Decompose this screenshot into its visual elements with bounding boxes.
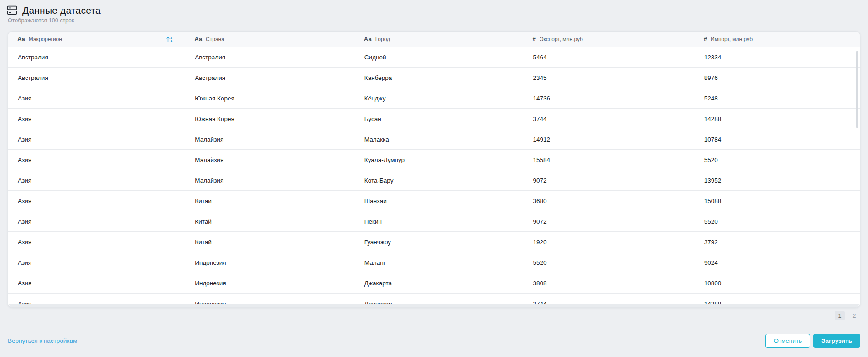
table-cell-country: Китай (185, 218, 355, 225)
table-cell-import: 8976 (695, 74, 860, 81)
table-cell-export: 14912 (524, 136, 695, 143)
table-row: Азия Индонезия Маланг 5520 9024 (8, 252, 860, 273)
table-cell-macroregion: Азия (8, 198, 185, 205)
table-cell-country: Китай (185, 239, 355, 246)
table-cell-import: 12334 (695, 54, 860, 61)
table-cell-city: Кота-Бару (355, 177, 524, 184)
back-to-settings-link[interactable]: Вернуться к настройкам (8, 337, 77, 344)
header-label: Страна (206, 36, 224, 42)
table-cell-macroregion: Азия (8, 239, 185, 246)
table-cell-import: 3792 (695, 239, 860, 246)
table-row: Азия Китай Гуанчжоу 1920 3792 (8, 232, 860, 252)
table-cell-city: Джакарта (355, 280, 524, 287)
table-cell-import: 5520 (695, 218, 860, 225)
table-cell-macroregion: Азия (8, 116, 185, 122)
table-cell-import: 13952 (695, 177, 860, 184)
header-label: Город (375, 36, 390, 42)
table-cell-city: Кёнджу (355, 95, 524, 102)
header-cell-export[interactable]: # Экспорт, млн.руб (524, 31, 695, 47)
pagination: 1 2 (0, 311, 859, 320)
table-cell-export: 3680 (524, 198, 695, 205)
table-cell-import: 15088 (695, 198, 860, 205)
footer-bar: Вернуться к настройкам Отменить Загрузит… (8, 334, 860, 348)
svg-text:A: A (171, 39, 173, 42)
cancel-button[interactable]: Отменить (765, 334, 810, 348)
table-cell-country: Малайзия (185, 157, 355, 163)
table-header: Аа Макрорегион Z A Аа Страна Аа Город # … (8, 31, 860, 47)
table-cell-export: 5464 (524, 54, 695, 61)
table-row: Азия Малайзия Малакка 14912 10784 (8, 129, 860, 150)
header-label: Импорт, млн,руб (711, 36, 753, 42)
table-cell-import: 10784 (695, 136, 860, 143)
table-cell-country: Южная Корея (185, 95, 355, 102)
horizontal-scrollbar-track[interactable] (9, 304, 859, 307)
header-cell-import[interactable]: # Импорт, млн,руб (695, 31, 860, 47)
table-cell-export: 1920 (524, 239, 695, 246)
table-cell-city: Канберра (355, 74, 524, 81)
table-cell-country: Австралия (185, 54, 355, 61)
table-row: Азия Китай Пекин 9072 5520 (8, 211, 860, 232)
text-type-icon: Аа (194, 36, 202, 42)
table-cell-country: Индонезия (185, 259, 355, 266)
header-label: Макрорегион (29, 36, 62, 42)
table-cell-city: Бусан (355, 116, 524, 122)
table-row: Азия Южная Корея Кёнджу 14736 5248 (8, 88, 860, 109)
table-cell-import: 5248 (695, 95, 860, 102)
table-cell-country: Австралия (185, 74, 355, 81)
table-cell-export: 3744 (524, 116, 695, 122)
header-cell-city[interactable]: Аа Город (355, 31, 524, 47)
table-cell-city: Сидней (355, 54, 524, 61)
table-cell-country: Южная Корея (185, 116, 355, 122)
page-subtitle: Отображаются 100 строк (8, 17, 861, 24)
table-cell-macroregion: Азия (8, 218, 185, 225)
table-cell-macroregion: Азия (8, 136, 185, 143)
sort-ascending-icon[interactable]: Z A (166, 36, 173, 43)
table-cell-import: 14288 (695, 116, 860, 122)
table-row: Австралия Австралия Канберра 2345 8976 (8, 68, 860, 88)
table-cell-macroregion: Азия (8, 280, 185, 287)
table-cell-export: 9072 (524, 177, 695, 184)
page-title: Данные датасета (22, 5, 101, 16)
svg-text:Z: Z (171, 36, 172, 39)
text-type-icon: Аа (364, 36, 372, 42)
table-cell-import: 9024 (695, 259, 860, 266)
table-cell-macroregion: Азия (8, 177, 185, 184)
table-cell-country: Малайзия (185, 136, 355, 143)
page-header: Данные датасета Отображаются 100 строк (0, 0, 868, 24)
table-cell-import: 10800 (695, 280, 860, 287)
table-cell-country: Китай (185, 198, 355, 205)
table-row: Азия Малайзия Куала-Лумпур 15584 5520 (8, 150, 860, 170)
table-cell-city: Малакка (355, 136, 524, 143)
table-cell-city: Пекин (355, 218, 524, 225)
table-cell-city: Маланг (355, 259, 524, 266)
table-cell-export: 14736 (524, 95, 695, 102)
table-row: Азия Южная Корея Бусан 3744 14288 (8, 109, 860, 129)
table-cell-city: Гуанчжоу (355, 239, 524, 246)
database-icon (6, 5, 18, 16)
upload-button[interactable]: Загрузить (813, 334, 860, 348)
header-cell-country[interactable]: Аа Страна (185, 31, 355, 47)
number-type-icon: # (704, 36, 707, 42)
table-cell-export: 5520 (524, 259, 695, 266)
table-cell-macroregion: Азия (8, 95, 185, 102)
vertical-scrollbar-thumb[interactable] (856, 51, 858, 128)
table-cell-city: Шанхай (355, 198, 524, 205)
table-cell-macroregion: Азия (8, 259, 185, 266)
page-button-1[interactable]: 1 (835, 311, 845, 320)
table-cell-export: 15584 (524, 157, 695, 163)
table-row: Австралия Австралия Сидней 5464 12334 (8, 47, 860, 68)
table-row: Азия Малайзия Кота-Бару 9072 13952 (8, 170, 860, 191)
header-label: Экспорт, млн.руб (540, 36, 583, 42)
page-button-2[interactable]: 2 (849, 311, 859, 320)
table-cell-export: 9072 (524, 218, 695, 225)
table-cell-macroregion: Азия (8, 157, 185, 163)
table-cell-country: Индонезия (185, 280, 355, 287)
table-row: Азия Индонезия Джакарта 3808 10800 (8, 273, 860, 294)
number-type-icon: # (533, 36, 536, 42)
table-cell-country: Малайзия (185, 177, 355, 184)
table-cell-export: 3808 (524, 280, 695, 287)
header-cell-macroregion[interactable]: Аа Макрорегион Z A (8, 31, 185, 47)
table-cell-export: 2345 (524, 74, 695, 81)
table-cell-city: Куала-Лумпур (355, 157, 524, 163)
data-table: Аа Макрорегион Z A Аа Страна Аа Город # … (8, 31, 860, 308)
